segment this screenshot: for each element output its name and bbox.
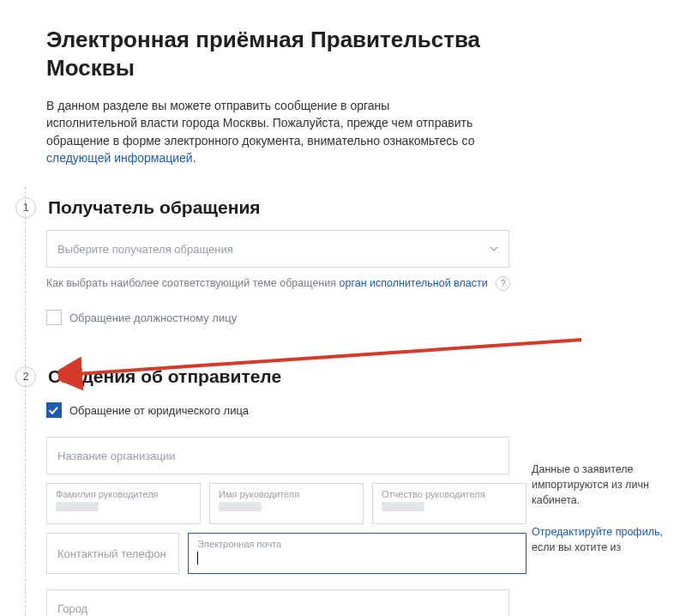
organization-placeholder: Название организации — [57, 450, 175, 462]
chevron-down-icon — [490, 245, 498, 253]
helper-link[interactable]: орган исполнительной власти — [340, 277, 488, 289]
intro-prefix: В данном разделе вы можете отправить соо… — [46, 99, 474, 148]
sidenote-line2: кабинета. — [532, 494, 580, 506]
section-1-title: Получатель обращения — [48, 197, 261, 218]
text-caret — [197, 552, 198, 565]
email-input[interactable]: Электронная почта — [188, 533, 527, 574]
step-1-header: 1 Получатель обращения — [15, 197, 527, 218]
recipient-helper: Как выбрать наиболее соответствующий тем… — [46, 276, 527, 291]
phone-input[interactable]: Контактный телефон — [46, 533, 179, 574]
intro-link[interactable]: следующей информацией — [46, 151, 193, 165]
page: Электронная приёмная Правительства Москв… — [0, 0, 686, 616]
lastname-input[interactable]: Фамилия руководителя — [46, 483, 201, 524]
organization-input[interactable]: Название организации — [46, 437, 509, 474]
timeline-dashed — [25, 187, 26, 616]
intro-period: . — [193, 151, 196, 165]
side-note: Данные о заявителе импортируются из личн… — [532, 462, 682, 555]
sidenote-line1: Данные о заявителе импортируются из личн — [532, 463, 649, 491]
patronymic-input[interactable]: Отчество руководителя — [372, 483, 527, 524]
section-2-title: Сведения об отправителе — [48, 366, 281, 387]
checkbox-checked-icon[interactable] — [46, 402, 62, 418]
email-label: Электронная почта — [197, 539, 281, 549]
phone-placeholder: Контактный телефон — [57, 547, 166, 560]
name-row: Фамилия руководителя Имя руководителя От… — [46, 483, 527, 524]
step-2-header: 2 Сведения об отправителе — [15, 366, 527, 387]
intro-text: В данном разделе вы можете отправить соо… — [46, 97, 484, 166]
firstname-value — [219, 501, 262, 514]
city-input[interactable]: Город — [46, 589, 509, 616]
legal-entity-checkbox-label: Обращение от юридического лица — [69, 404, 249, 417]
official-checkbox-label: Обращение должностному лицу — [69, 311, 237, 324]
main-content: Электронная приёмная Правительства Москв… — [0, 0, 527, 616]
step-badge-1: 1 — [15, 197, 36, 218]
helper-prefix: Как выбрать наиболее соответствующий тем… — [46, 277, 340, 289]
city-placeholder: Город — [57, 602, 87, 615]
recipient-select[interactable]: Выберите получателя обращения — [46, 230, 509, 268]
lastname-value — [56, 501, 99, 514]
contact-row: Контактный телефон Электронная почта — [46, 533, 527, 574]
step-badge-2: 2 — [15, 366, 36, 387]
lastname-label: Фамилия руководителя — [56, 489, 159, 499]
firstname-label: Имя руководителя — [219, 489, 299, 499]
firstname-input[interactable]: Имя руководителя — [209, 483, 364, 524]
recipient-placeholder: Выберите получателя обращения — [57, 243, 233, 256]
official-checkbox-row[interactable]: Обращение должностному лицу — [46, 310, 527, 325]
question-icon[interactable]: ? — [496, 276, 510, 291]
checkbox-unchecked-icon[interactable] — [46, 310, 62, 325]
page-title: Электронная приёмная Правительства Москв… — [46, 26, 527, 82]
patronymic-label: Отчество руководителя — [382, 489, 485, 499]
patronymic-value — [382, 501, 424, 514]
legal-entity-checkbox-row[interactable]: Обращение от юридического лица — [46, 402, 527, 418]
email-value — [197, 551, 198, 565]
edit-profile-link[interactable]: Отредактируйте профиль — [532, 526, 659, 538]
